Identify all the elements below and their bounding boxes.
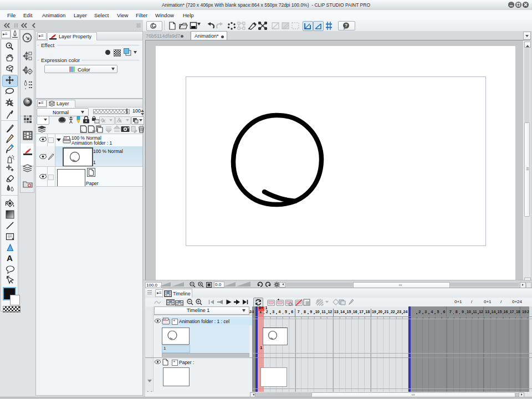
svg-text:?: ? [345,23,348,28]
